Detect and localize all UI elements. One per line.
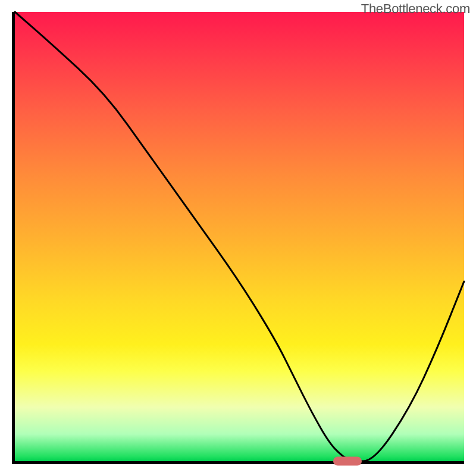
bottleneck-curve-path <box>15 12 464 461</box>
chart-plot-area <box>12 12 464 464</box>
optimal-point-marker <box>333 457 362 466</box>
watermark-text: TheBottleneck.com <box>361 1 470 17</box>
bottleneck-curve-svg <box>15 12 464 461</box>
